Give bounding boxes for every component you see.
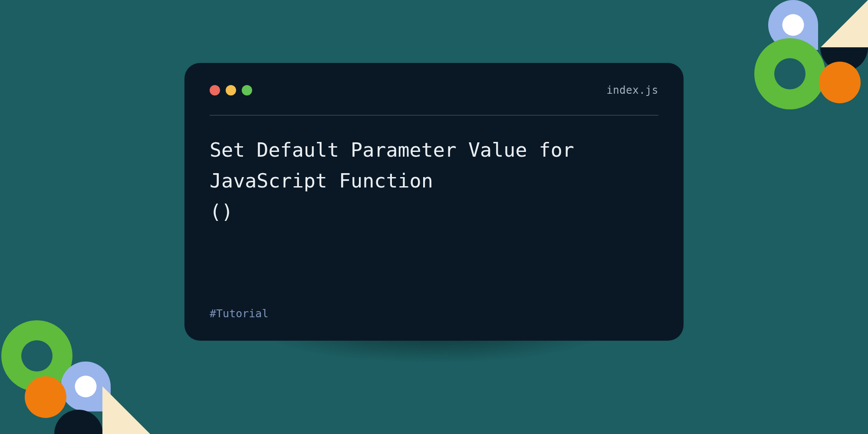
code-window: index.js Set Default Parameter Value for… [184, 63, 684, 341]
svg-marker-8 [102, 386, 150, 434]
svg-point-1 [783, 14, 804, 36]
page-title: Set Default Parameter Value for JavaScri… [210, 135, 658, 227]
decoration-bottom-left [0, 312, 139, 434]
triangle-icon [102, 386, 150, 434]
donut-icon [753, 37, 827, 111]
titlebar: index.js [210, 84, 658, 97]
window-shadow [184, 330, 684, 408]
svg-point-6 [21, 340, 53, 372]
svg-point-3 [774, 58, 806, 89]
titlebar-divider [210, 115, 658, 115]
maximize-icon [242, 85, 252, 95]
minimize-icon [226, 85, 236, 95]
filename-label: index.js [606, 84, 658, 96]
svg-point-9 [25, 376, 66, 418]
svg-point-4 [819, 62, 861, 103]
close-icon [210, 85, 220, 95]
decoration-top-right [733, 0, 868, 113]
tag-label: #Tutorial [210, 307, 268, 320]
circle-icon [24, 375, 67, 419]
svg-marker-0 [820, 0, 868, 48]
triangle-icon [820, 0, 868, 48]
traffic-lights [210, 85, 252, 95]
circle-icon [818, 61, 861, 104]
svg-point-7 [75, 376, 97, 398]
